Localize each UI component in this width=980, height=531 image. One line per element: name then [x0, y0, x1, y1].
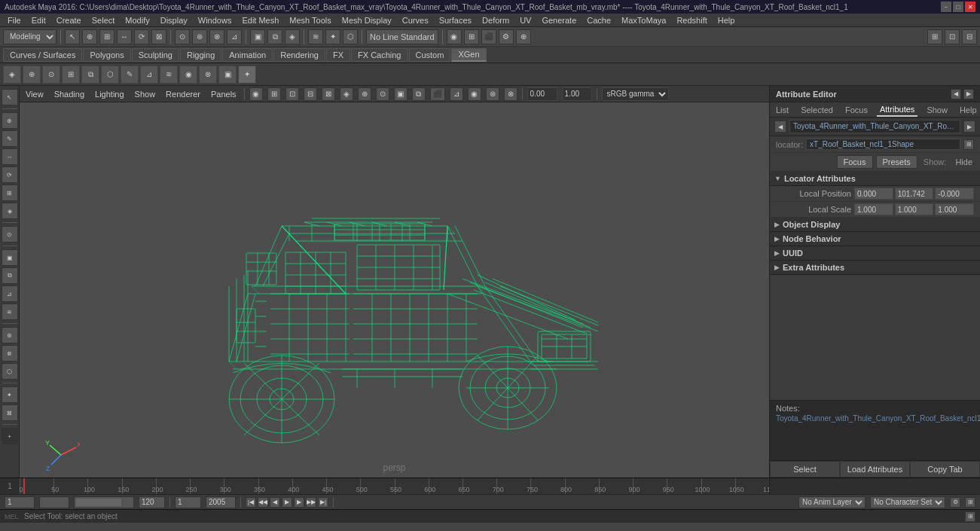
universal-tool[interactable]: ◈ — [2, 203, 18, 219]
status-icon-btn[interactable]: ⊞ — [965, 511, 975, 522]
shelf-icon-xgen[interactable]: ✦ — [238, 66, 256, 84]
tool-e[interactable]: ⊛ — [2, 327, 18, 343]
tool-b[interactable]: ⧉ — [2, 267, 18, 284]
menu-generate[interactable]: Generate — [537, 15, 581, 26]
render2-btn[interactable]: ⧉ — [267, 29, 282, 44]
paint-tool[interactable]: ✎ — [2, 130, 18, 147]
current-frame-field[interactable]: 1 — [5, 496, 35, 508]
ae-attributes-scroll[interactable]: ▼ Locator Attributes Local Position 0.00… — [770, 172, 980, 400]
shelf-tab-rigging[interactable]: Rigging — [180, 48, 221, 62]
ae-section-locator[interactable]: ▼ Locator Attributes — [770, 172, 980, 186]
shelf-tab-fx-caching[interactable]: FX Caching — [351, 48, 408, 62]
mode-selector[interactable]: Modeling — [3, 29, 56, 44]
anim-settings-btn[interactable]: ⚙ — [950, 497, 960, 508]
timeline-playhead[interactable] — [23, 478, 25, 494]
vp-cam5[interactable]: ⊠ — [322, 87, 335, 101]
vp-cam2[interactable]: ⊞ — [267, 87, 281, 101]
tool-i[interactable]: ⊠ — [2, 404, 18, 421]
shelf-icon-2[interactable]: ⊕ — [23, 66, 41, 84]
ae-section-objdisplay[interactable]: ▶ Object Display — [770, 218, 980, 232]
vp-cam8[interactable]: ⊙ — [376, 87, 389, 101]
shelf-tab-polygons[interactable]: Polygons — [83, 48, 130, 62]
ae-val-localscale-x[interactable]: 1.000 — [854, 203, 893, 215]
tool3-btn[interactable]: ⊞ — [99, 29, 114, 44]
menu-edit-mesh[interactable]: Edit Mesh — [237, 15, 283, 26]
pb-prev-frame[interactable]: ◀ — [270, 497, 280, 508]
range-end-field[interactable]: 120 — [139, 496, 165, 508]
vp-menu-view[interactable]: View — [23, 90, 47, 99]
select-tool-btn[interactable]: ↖ — [65, 29, 80, 44]
scale-tool[interactable]: ⊞ — [2, 185, 18, 201]
vp-menu-lighting[interactable]: Lighting — [92, 90, 127, 99]
menu-deform[interactable]: Deform — [478, 15, 514, 26]
menu-curves[interactable]: Curves — [398, 15, 433, 26]
shelf-tab-fx[interactable]: FX — [326, 48, 350, 62]
settings2-btn[interactable]: ⊡ — [945, 29, 960, 44]
shelf-icon-7[interactable]: ✎ — [121, 66, 139, 84]
render3-btn[interactable]: ◈ — [285, 29, 300, 44]
shelf-icon-1[interactable]: ◈ — [3, 66, 21, 84]
shelf-icon-3[interactable]: ⊙ — [42, 66, 60, 84]
menu-surfaces[interactable]: Surfaces — [435, 15, 476, 26]
ae-presets-btn[interactable]: Presets — [876, 155, 917, 169]
cam1-btn[interactable]: ◉ — [447, 29, 462, 44]
shelf-icon-4[interactable]: ⊞ — [62, 66, 80, 84]
vp-cam1[interactable]: ◉ — [249, 87, 263, 101]
vp-shading3[interactable]: ◉ — [468, 87, 481, 101]
range-start-field[interactable]: 1 — [175, 496, 201, 508]
tool-a[interactable]: ▣ — [2, 249, 18, 266]
ae-section-uuid[interactable]: ▶ UUID — [770, 246, 980, 261]
shelf-icon-6[interactable]: ⬡ — [101, 66, 119, 84]
menu-edit[interactable]: Edit — [27, 15, 50, 26]
ae-load-attrs-btn[interactable]: Load Attributes — [840, 461, 910, 478]
move-tool[interactable]: ↔ — [2, 148, 18, 165]
menu-file[interactable]: File — [3, 15, 26, 26]
vp-menu-renderer[interactable]: Renderer — [163, 90, 203, 99]
minimize-button[interactable]: − — [941, 2, 951, 12]
pb-go-end[interactable]: ▶| — [318, 497, 328, 508]
menu-display[interactable]: Display — [156, 15, 192, 26]
maximize-button[interactable]: □ — [953, 2, 963, 12]
shelf-icon-10[interactable]: ◉ — [179, 66, 197, 84]
menu-redshift[interactable]: Redshift — [672, 15, 711, 26]
ae-val-localpos-z[interactable]: -0.000 — [935, 188, 974, 200]
tool4-btn[interactable]: ↔ — [117, 29, 132, 44]
vp-shading4[interactable]: ⊛ — [486, 87, 499, 101]
pb-go-start[interactable]: |◀ — [246, 497, 256, 508]
ae-tab-selected[interactable]: Selected — [798, 104, 836, 116]
menu-cache[interactable]: Cache — [582, 15, 615, 26]
vp-cam3[interactable]: ⊡ — [285, 87, 299, 101]
anim-layer-select[interactable]: No Anim Layer — [798, 496, 866, 508]
menu-modify[interactable]: Modify — [121, 15, 154, 26]
timeline-ruler[interactable]: 0501001502002503003504004505005506006507… — [20, 478, 769, 494]
tool2-btn[interactable]: ⊕ — [82, 29, 97, 44]
ae-tab-show[interactable]: Show — [924, 104, 951, 116]
range-end2-field[interactable]: 2005 — [206, 496, 236, 508]
cam2-btn[interactable]: ⊞ — [464, 29, 479, 44]
ae-copy-tab-btn[interactable]: Copy Tab — [910, 461, 980, 478]
menu-mesh-display[interactable]: Mesh Display — [337, 15, 396, 26]
vp-cam10[interactable]: ⧉ — [412, 87, 426, 101]
select-tool[interactable]: ↖ — [2, 89, 18, 105]
tool-f[interactable]: ⊗ — [2, 345, 18, 362]
pb-play[interactable]: ▶ — [282, 497, 292, 508]
rotate-tool[interactable]: ⟳ — [2, 166, 18, 183]
tool5-btn[interactable]: ⟳ — [134, 29, 149, 44]
shelf-tab-curves--surfaces[interactable]: Curves / Surfaces — [3, 48, 82, 62]
menu-windows[interactable]: Windows — [194, 15, 237, 26]
shelf-tab-rendering[interactable]: Rendering — [273, 48, 325, 62]
snap1-btn[interactable]: ⊙ — [175, 29, 190, 44]
ae-tab-help[interactable]: Help — [957, 104, 980, 116]
shelf-tab-animation[interactable]: Animation — [222, 48, 273, 62]
vp-menu-panels[interactable]: Panels — [208, 90, 240, 99]
vp-cam4[interactable]: ⊟ — [304, 87, 317, 101]
fov-input[interactable] — [527, 87, 557, 101]
tool-c[interactable]: ⊿ — [2, 285, 18, 302]
frame-field2[interactable] — [39, 496, 69, 508]
menu-maxtomaya[interactable]: MaxToMaya — [617, 15, 670, 26]
vp-cam7[interactable]: ⊕ — [358, 87, 371, 101]
menu-mesh-tools[interactable]: Mesh Tools — [285, 15, 335, 26]
tool-h[interactable]: ✦ — [2, 386, 18, 403]
misc3-btn[interactable]: ⬡ — [343, 29, 358, 44]
ae-locator-btn[interactable]: ⊞ — [963, 139, 974, 150]
